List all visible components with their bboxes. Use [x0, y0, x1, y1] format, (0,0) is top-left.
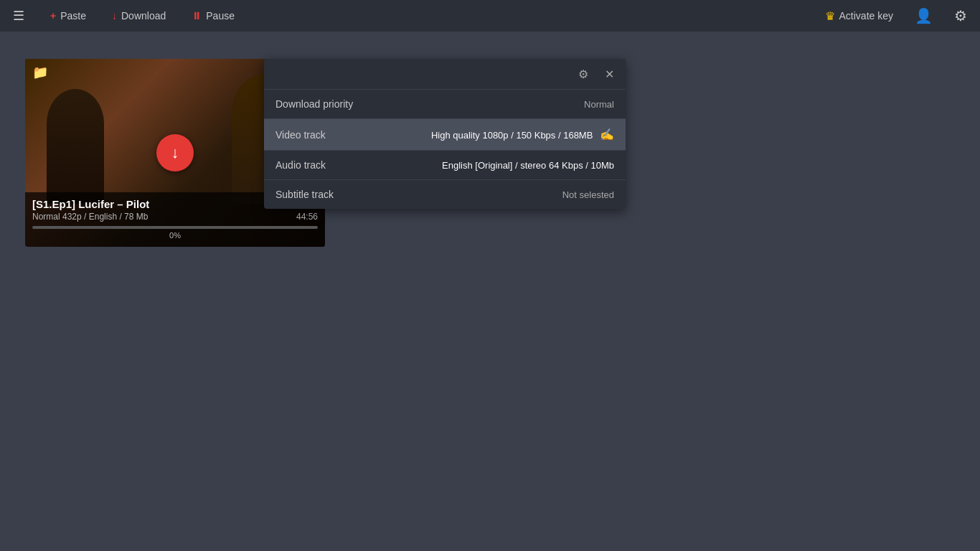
person-silhouette-left — [47, 89, 104, 204]
paste-button[interactable]: + Paste — [46, 7, 90, 24]
popup-gear-button[interactable]: ⚙ — [571, 62, 595, 86]
hamburger-icon: ☰ — [13, 9, 24, 23]
download-priority-label: Download priority — [275, 98, 353, 110]
paste-icon: + — [50, 10, 56, 22]
progress-bar-container — [32, 226, 318, 229]
menu-button[interactable]: ☰ — [9, 5, 29, 27]
download-circle-button[interactable]: ↓ — [156, 134, 194, 171]
subtitle-track-value: Not selested — [562, 189, 614, 200]
download-label: Download — [121, 10, 166, 22]
user-profile-button[interactable]: 👤 — [910, 4, 937, 27]
download-priority-row[interactable]: Download priority Normal — [264, 89, 626, 118]
toolbar-right: ♛ Activate key 👤 ⚙ — [821, 4, 971, 27]
progress-text: 0% — [32, 231, 318, 240]
crown-icon: ♛ — [825, 9, 835, 23]
pause-label: Pause — [206, 10, 235, 22]
toolbar-left: ☰ + Paste ↓ Download ⏸ Pause — [9, 5, 821, 27]
audio-track-row[interactable]: Audio track English [Original] / stereo … — [264, 150, 626, 179]
download-button[interactable]: ↓ Download — [108, 7, 170, 24]
pause-button[interactable]: ⏸ Pause — [187, 7, 239, 24]
folder-icon[interactable]: 📁 — [32, 65, 48, 80]
download-arrow-icon: ↓ — [171, 145, 179, 161]
popup-close-button[interactable]: ✕ — [597, 62, 621, 86]
video-track-row[interactable]: Video track High quality 1080p / 150 Kbp… — [264, 118, 626, 150]
subtitle-track-label: Subtitle track — [275, 189, 334, 200]
activate-key-button[interactable]: ♛ Activate key — [821, 6, 897, 26]
download-priority-value: Normal — [584, 99, 614, 110]
card-meta: Normal 432p / English / 78 Mb — [32, 212, 148, 222]
user-icon: 👤 — [915, 8, 933, 24]
toolbar: ☰ + Paste ↓ Download ⏸ Pause ♛ Activate … — [0, 0, 980, 32]
popup-close-icon: ✕ — [605, 67, 614, 81]
settings-icon: ⚙ — [954, 8, 967, 24]
settings-popup: ⚙ ✕ Download priority Normal Video track… — [264, 59, 626, 209]
pause-icon: ⏸ — [192, 10, 202, 22]
card-meta-row: Normal 432p / English / 78 Mb 44:56 — [32, 212, 318, 222]
download-icon: ↓ — [112, 10, 117, 22]
cursor-hand-icon: ✍ — [600, 128, 614, 141]
main-content: 📁 ↓ [S1.Ep1] Lucifer – Pilot Normal 432p… — [0, 32, 980, 551]
audio-track-value: English [Original] / stereo 64 Kbps / 10… — [442, 160, 614, 171]
audio-track-label: Audio track — [275, 159, 326, 171]
activate-key-label: Activate key — [839, 10, 893, 22]
app-settings-button[interactable]: ⚙ — [950, 4, 971, 27]
subtitle-track-row[interactable]: Subtitle track Not selested — [264, 179, 626, 209]
card-duration: 44:56 — [296, 212, 318, 222]
paste-label: Paste — [60, 10, 86, 22]
popup-header: ⚙ ✕ — [264, 59, 626, 89]
video-track-value: High quality 1080p / 150 Kbps / 168MB ✍ — [431, 128, 614, 141]
popup-gear-icon: ⚙ — [578, 67, 588, 81]
video-track-label: Video track — [275, 129, 326, 141]
